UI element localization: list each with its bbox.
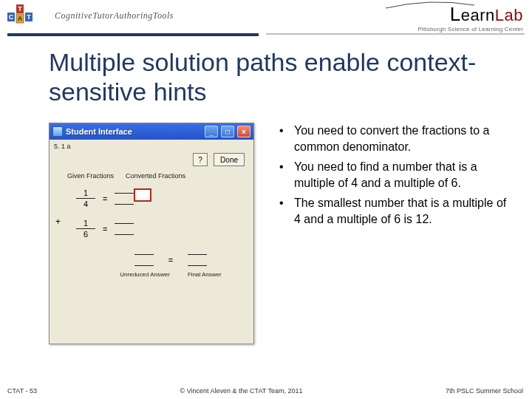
converted-fraction-2: [115, 222, 134, 236]
plus-sign: +: [55, 216, 61, 227]
app-icon: [52, 126, 63, 137]
slide-footer: CTAT - 53 © Vincent Aleven & the CTAT Te…: [7, 387, 523, 395]
equals-sign: =: [103, 225, 107, 233]
ctat-logo: C T A T: [7, 4, 50, 31]
learnlab-logo: LearnLab Pittsburgh Science of Learning …: [417, 3, 523, 33]
denominator: 4: [83, 200, 88, 208]
numerator: 1: [83, 219, 88, 228]
ctat-subtitle: CognitiveTutorAuthoringTools: [55, 10, 174, 21]
window-title: Student Interface: [66, 127, 202, 136]
footer-center: © Vincent Aleven & the CTAT Team, 2011: [180, 387, 303, 395]
converted-fraction-1: [115, 192, 134, 205]
maximize-button[interactable]: □: [221, 126, 234, 137]
svg-text:T: T: [18, 5, 22, 13]
hint-bullet: You need to find a number that is a mult…: [276, 159, 510, 191]
slide-body: Student Interface _ □ × 5. 1 a ? Done Gi…: [49, 123, 510, 365]
close-button[interactable]: ×: [237, 126, 250, 137]
column-header-converted: Converted Fractions: [126, 172, 185, 180]
hints-text: You need to convert the fractions to a c…: [276, 123, 510, 232]
hint-button[interactable]: ?: [193, 153, 208, 166]
learnlab-accent: Lab: [495, 6, 523, 24]
done-button[interactable]: Done: [214, 153, 245, 166]
minimize-button[interactable]: _: [205, 126, 218, 137]
column-header-given: Given Fractions: [67, 172, 114, 180]
svg-text:A: A: [18, 15, 23, 22]
given-fraction-2: 1 6: [76, 219, 95, 239]
unreduced-answer[interactable]: [134, 253, 154, 267]
learnlab-mid: earn: [461, 6, 495, 24]
final-answer[interactable]: [188, 253, 207, 267]
learnlab-lead: L: [450, 3, 461, 25]
label-final: Final Answer: [188, 271, 222, 278]
svg-text:T: T: [27, 13, 31, 21]
fraction-row-2: 1 6 =: [76, 219, 246, 239]
student-interface-window: Student Interface _ □ × 5. 1 a ? Done Gi…: [49, 123, 254, 344]
header-rule-primary: [7, 33, 259, 36]
numerator: 1: [83, 188, 88, 197]
svg-text:C: C: [9, 13, 14, 21]
problem-id: 5. 1 a: [50, 140, 253, 151]
hint-bullet: You need to convert the fractions to a c…: [276, 123, 510, 154]
header-rule-secondary: [266, 33, 525, 35]
equals-sign: =: [168, 256, 173, 265]
window-titlebar: Student Interface _ □ ×: [50, 123, 253, 140]
equals-sign: =: [103, 194, 107, 203]
label-unreduced: Unreduced Answer: [120, 271, 170, 278]
answer-row: =: [95, 253, 246, 267]
learnlab-tagline: Pittsburgh Science of Learning Center: [417, 26, 523, 33]
slide-header: C T A T CognitiveTutorAuthoringTools Lea…: [0, 0, 532, 46]
footer-left: CTAT - 53: [7, 387, 37, 395]
slide-title: Multiple solution paths enable context-s…: [49, 47, 510, 106]
fraction-row-1: 1 4 =: [76, 188, 246, 208]
numerator-input-1[interactable]: [134, 188, 151, 202]
footer-right: 7th PSLC Summer School: [446, 387, 523, 395]
given-fraction-1: 1 4: [76, 188, 95, 208]
denominator: 6: [83, 230, 88, 239]
hint-bullet: The smallest number that is a multiple o…: [276, 195, 510, 227]
